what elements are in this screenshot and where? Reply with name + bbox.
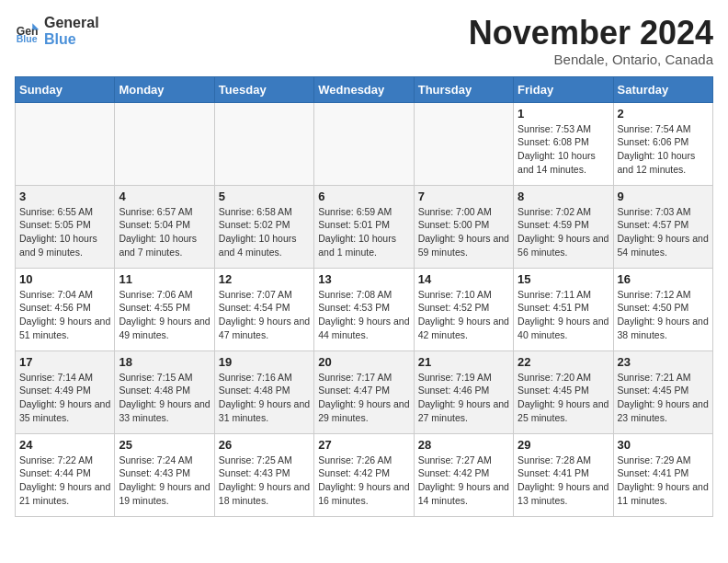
day-number: 5 [219,190,310,203]
calendar-week-row: 3Sunrise: 6:55 AM Sunset: 5:05 PM Daylig… [16,185,713,268]
weekday-header: Friday [514,76,613,102]
calendar-day-cell [16,102,115,185]
day-number: 13 [318,272,409,286]
logo-line1: General [44,15,99,31]
day-number: 30 [618,438,709,452]
day-info: Sunrise: 7:16 AM Sunset: 4:48 PM Dayligh… [219,371,310,425]
weekday-header: Saturday [613,76,712,102]
day-info: Sunrise: 7:53 AM Sunset: 6:08 PM Dayligh… [518,122,609,177]
day-info: Sunrise: 7:00 AM Sunset: 5:00 PM Dayligh… [418,205,509,259]
calendar-day-cell: 22Sunrise: 7:20 AM Sunset: 4:45 PM Dayli… [514,350,613,433]
day-number: 2 [618,107,709,121]
day-info: Sunrise: 6:58 AM Sunset: 5:02 PM Dayligh… [219,205,310,259]
location: Bendale, Ontario, Canada [469,52,713,67]
calendar-day-cell: 20Sunrise: 7:17 AM Sunset: 4:47 PM Dayli… [314,350,414,433]
day-number: 25 [119,438,210,452]
calendar-day-cell: 26Sunrise: 7:25 AM Sunset: 4:43 PM Dayli… [214,433,313,516]
day-info: Sunrise: 7:17 AM Sunset: 4:47 PM Dayligh… [318,371,409,425]
calendar-day-cell: 28Sunrise: 7:27 AM Sunset: 4:42 PM Dayli… [414,433,513,516]
calendar-week-row: 17Sunrise: 7:14 AM Sunset: 4:49 PM Dayli… [16,350,713,433]
calendar-day-cell: 29Sunrise: 7:28 AM Sunset: 4:41 PM Dayli… [514,433,613,516]
day-number: 29 [518,438,609,452]
day-number: 15 [518,272,609,286]
calendar-day-cell: 18Sunrise: 7:15 AM Sunset: 4:48 PM Dayli… [115,350,214,433]
page-header: Gen Blue General Blue November 2024 Bend… [15,15,713,67]
calendar-day-cell: 17Sunrise: 7:14 AM Sunset: 4:49 PM Dayli… [16,350,115,433]
day-info: Sunrise: 7:27 AM Sunset: 4:42 PM Dayligh… [418,454,509,508]
day-number: 16 [618,272,709,286]
calendar-day-cell: 11Sunrise: 7:06 AM Sunset: 4:55 PM Dayli… [115,268,214,350]
day-number: 22 [518,355,609,369]
calendar-day-cell: 8Sunrise: 7:02 AM Sunset: 4:59 PM Daylig… [514,185,613,268]
day-number: 18 [119,355,210,369]
day-info: Sunrise: 6:59 AM Sunset: 5:01 PM Dayligh… [318,205,409,259]
day-info: Sunrise: 7:07 AM Sunset: 4:54 PM Dayligh… [219,288,310,342]
day-number: 24 [19,438,110,452]
day-info: Sunrise: 7:22 AM Sunset: 4:44 PM Dayligh… [19,454,110,508]
calendar-day-cell [115,102,214,185]
weekday-header: Monday [115,76,214,102]
calendar-day-cell: 19Sunrise: 7:16 AM Sunset: 4:48 PM Dayli… [214,350,313,433]
month-title: November 2024 [469,15,713,52]
weekday-header: Sunday [16,76,115,102]
weekday-header: Tuesday [214,76,313,102]
day-number: 17 [19,355,110,369]
day-number: 26 [219,438,310,452]
day-number: 21 [418,355,509,369]
logo-line2: Blue [44,31,99,48]
calendar-day-cell: 16Sunrise: 7:12 AM Sunset: 4:50 PM Dayli… [613,268,712,350]
day-number: 1 [518,107,609,121]
day-number: 23 [618,355,709,369]
calendar-day-cell: 4Sunrise: 6:57 AM Sunset: 5:04 PM Daylig… [115,185,214,268]
calendar-day-cell: 14Sunrise: 7:10 AM Sunset: 4:52 PM Dayli… [414,268,513,350]
calendar-day-cell: 23Sunrise: 7:21 AM Sunset: 4:45 PM Dayli… [613,350,712,433]
day-info: Sunrise: 7:06 AM Sunset: 4:55 PM Dayligh… [119,288,210,342]
calendar-day-cell: 25Sunrise: 7:24 AM Sunset: 4:43 PM Dayli… [115,433,214,516]
day-info: Sunrise: 6:57 AM Sunset: 5:04 PM Dayligh… [119,205,210,259]
day-info: Sunrise: 7:10 AM Sunset: 4:52 PM Dayligh… [418,288,509,342]
day-info: Sunrise: 6:55 AM Sunset: 5:05 PM Dayligh… [19,205,110,259]
day-info: Sunrise: 7:08 AM Sunset: 4:53 PM Dayligh… [318,288,409,342]
day-info: Sunrise: 7:11 AM Sunset: 4:51 PM Dayligh… [518,288,609,342]
day-number: 7 [418,190,509,203]
calendar-day-cell: 9Sunrise: 7:03 AM Sunset: 4:57 PM Daylig… [613,185,712,268]
calendar-day-cell: 30Sunrise: 7:29 AM Sunset: 4:41 PM Dayli… [613,433,712,516]
calendar-header-row: SundayMondayTuesdayWednesdayThursdayFrid… [16,76,713,102]
day-number: 6 [318,190,409,203]
calendar-day-cell [214,102,313,185]
day-info: Sunrise: 7:21 AM Sunset: 4:45 PM Dayligh… [618,371,709,425]
day-info: Sunrise: 7:04 AM Sunset: 4:56 PM Dayligh… [19,288,110,342]
day-number: 19 [219,355,310,369]
calendar-day-cell: 13Sunrise: 7:08 AM Sunset: 4:53 PM Dayli… [314,268,414,350]
day-number: 4 [119,190,210,203]
calendar-day-cell: 7Sunrise: 7:00 AM Sunset: 5:00 PM Daylig… [414,185,513,268]
day-info: Sunrise: 7:03 AM Sunset: 4:57 PM Dayligh… [618,205,709,259]
day-info: Sunrise: 7:20 AM Sunset: 4:45 PM Dayligh… [518,371,609,425]
day-number: 11 [119,272,210,286]
calendar-day-cell: 15Sunrise: 7:11 AM Sunset: 4:51 PM Dayli… [514,268,613,350]
calendar-week-row: 24Sunrise: 7:22 AM Sunset: 4:44 PM Dayli… [16,433,713,516]
day-info: Sunrise: 7:28 AM Sunset: 4:41 PM Dayligh… [518,454,609,508]
calendar-day-cell [314,102,414,185]
day-info: Sunrise: 7:24 AM Sunset: 4:43 PM Dayligh… [119,454,210,508]
day-info: Sunrise: 7:29 AM Sunset: 4:41 PM Dayligh… [618,454,709,508]
day-info: Sunrise: 7:12 AM Sunset: 4:50 PM Dayligh… [618,288,709,342]
day-number: 10 [19,272,110,286]
weekday-header: Wednesday [314,76,414,102]
day-number: 12 [219,272,310,286]
calendar-week-row: 1Sunrise: 7:53 AM Sunset: 6:08 PM Daylig… [16,102,713,185]
day-info: Sunrise: 7:26 AM Sunset: 4:42 PM Dayligh… [318,454,409,508]
day-number: 3 [19,190,110,203]
calendar-day-cell: 3Sunrise: 6:55 AM Sunset: 5:05 PM Daylig… [16,185,115,268]
day-number: 20 [318,355,409,369]
day-number: 28 [418,438,509,452]
weekday-header: Thursday [414,76,513,102]
calendar-day-cell: 6Sunrise: 6:59 AM Sunset: 5:01 PM Daylig… [314,185,414,268]
calendar-day-cell: 24Sunrise: 7:22 AM Sunset: 4:44 PM Dayli… [16,433,115,516]
calendar-day-cell: 1Sunrise: 7:53 AM Sunset: 6:08 PM Daylig… [514,102,613,185]
calendar-day-cell: 27Sunrise: 7:26 AM Sunset: 4:42 PM Dayli… [314,433,414,516]
title-area: November 2024 Bendale, Ontario, Canada [469,15,713,67]
calendar-day-cell: 12Sunrise: 7:07 AM Sunset: 4:54 PM Dayli… [214,268,313,350]
calendar-table: SundayMondayTuesdayWednesdayThursdayFrid… [15,76,713,517]
day-info: Sunrise: 7:25 AM Sunset: 4:43 PM Dayligh… [219,454,310,508]
